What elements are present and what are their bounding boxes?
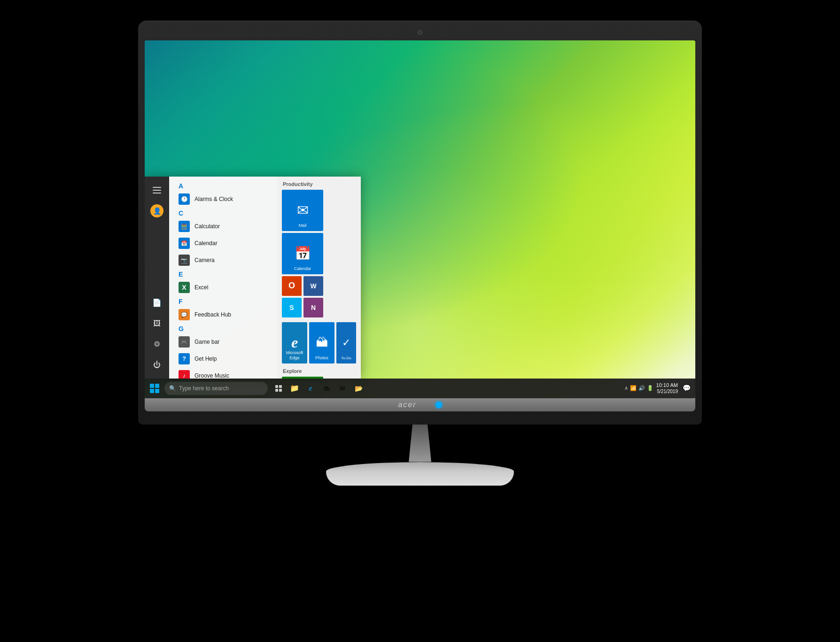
system-clock[interactable]: 10:10 AM 5/21/2019 [656,382,678,394]
tile-office1[interactable]: O [282,276,302,296]
feedback-label: Feedback Hub [194,311,231,318]
task-view-icon[interactable] [272,381,286,395]
groove-label: Groove Music [194,372,229,379]
app-item-gethelp[interactable]: ? Get Help [169,350,277,367]
taskbar-right-area: ∧ 📶 🔊 🔋 10:10 AM 5/21/2019 💬 [624,382,695,394]
network-icon[interactable]: 📶 [630,385,637,391]
taskbar-search-box[interactable]: 🔍 Type here to search [164,382,268,395]
svg-rect-1 [279,385,282,388]
settings-strip-icon[interactable]: ⚙ [147,334,167,354]
notification-center-icon[interactable]: 💬 [683,384,691,392]
section-letter-c: C [169,208,277,218]
pictures-strip-icon[interactable]: 🖼 [147,314,167,333]
monitor-top-bar [145,27,695,38]
app-item-calendar[interactable]: 📅 Calendar [169,235,277,252]
gamebar-label: Game bar [194,339,219,345]
start-left-strip: 👤 📄 🖼 ⚙ ⏻ [145,177,169,379]
documents-strip-icon[interactable]: 📄 [147,293,167,313]
section-letter-g: G [169,323,277,333]
monitor-bottom-bar: acer [145,398,695,411]
gethelp-icon: ? [179,353,190,364]
gethelp-label: Get Help [194,356,217,362]
battery-icon[interactable]: 🔋 [647,385,653,391]
system-tray-icons: ∧ 📶 🔊 🔋 [624,385,653,391]
search-icon: 🔍 [169,385,176,392]
screen: 👤 📄 🖼 ⚙ ⏻ A 🕐 Alarms & Clock [145,40,695,398]
tiles-panel: Productivity ✉ Mail 📅 Calendar [277,177,361,379]
tile-calendar[interactable]: 📅 Calendar [282,233,323,274]
taskbar-pinned-icons: 📁 e 🛍 ✉ 📂 [272,381,366,395]
svg-rect-0 [275,385,278,388]
monitor-neck [401,425,439,462]
hamburger-button[interactable] [147,180,167,200]
power-button-led[interactable] [436,402,442,408]
calendar-label: Calendar [194,240,218,247]
start-menu[interactable]: 👤 📄 🖼 ⚙ ⏻ A 🕐 Alarms & Clock [145,177,361,379]
monitor-frame: 👤 📄 🖼 ⚙ ⏻ A 🕐 Alarms & Clock [138,21,702,425]
section-letter-f: F [169,296,277,306]
monitor-brand-label: acer [398,401,416,409]
edge-taskbar-icon[interactable]: e [303,381,318,395]
app-item-camera[interactable]: 📷 Camera [169,252,277,269]
section-letter-a: A [169,180,277,191]
file-explorer-icon[interactable]: 📁 [288,381,302,395]
tile-store[interactable]: 🛍 Microsoft Store [282,377,323,379]
user-avatar-button[interactable]: 👤 [147,201,167,221]
taskbar: 🔍 Type here to search 📁 [145,379,695,398]
store-taskbar-icon[interactable]: 🛍 [319,381,334,395]
monitor-base [326,462,514,486]
app-item-calculator[interactable]: 🧮 Calculator [169,218,277,235]
webcam [418,30,422,35]
explore-label: Explore [282,368,356,374]
tile-photos[interactable]: 🏔 Photos [309,322,334,364]
apps-list: A 🕐 Alarms & Clock C 🧮 Calculator 📅 Cale… [169,177,277,379]
excel-label: Excel [194,284,208,291]
clock-date: 5/21/2019 [656,388,678,394]
start-button[interactable] [145,379,164,398]
excel-icon: X [179,282,190,293]
windows-logo-icon [150,384,159,393]
user-avatar: 👤 [150,204,163,217]
app-item-groove[interactable]: ♪ Groove Music [169,367,277,379]
productivity-label: Productivity [282,181,356,187]
tile-word[interactable]: W [303,276,323,296]
clock-time: 10:10 AM [656,382,678,388]
groove-icon: ♪ [179,370,190,379]
app-item-feedback[interactable]: 💬 Feedback Hub [169,306,277,323]
alarms-label: Alarms & Clock [194,196,233,202]
svg-rect-3 [279,389,282,392]
tile-onenote[interactable]: N [303,298,323,317]
mail-taskbar-icon[interactable]: ✉ [335,381,350,395]
app-item-gamebar[interactable]: 🎮 Game bar [169,333,277,350]
feedback-icon: 💬 [179,309,190,320]
search-placeholder: Type here to search [179,385,229,392]
chevron-up-icon[interactable]: ∧ [624,385,628,391]
gamebar-icon: 🎮 [179,336,190,348]
camera-label: Camera [194,257,215,263]
tile-edge[interactable]: e Microsoft Edge [282,322,307,364]
power-strip-icon[interactable]: ⏻ [147,355,167,375]
calendar-icon: 📅 [179,238,190,249]
monitor: 👤 📄 🖼 ⚙ ⏻ A 🕐 Alarms & Clock [138,21,702,622]
volume-icon[interactable]: 🔊 [638,385,645,391]
svg-rect-2 [275,389,278,392]
app-item-alarms[interactable]: 🕐 Alarms & Clock [169,191,277,208]
section-letter-e: E [169,269,277,279]
files-taskbar-icon[interactable]: 📂 [351,381,366,395]
tile-mail[interactable]: ✉ Mail [282,190,323,231]
camera-icon: 📷 [179,255,190,266]
tile-todo[interactable]: ✓ To-Do [336,322,356,364]
tile-skype[interactable]: S [282,298,302,317]
alarms-icon: 🕐 [179,193,190,205]
app-item-excel[interactable]: X Excel [169,279,277,296]
calculator-icon: 🧮 [179,221,190,232]
calculator-label: Calculator [194,223,220,230]
